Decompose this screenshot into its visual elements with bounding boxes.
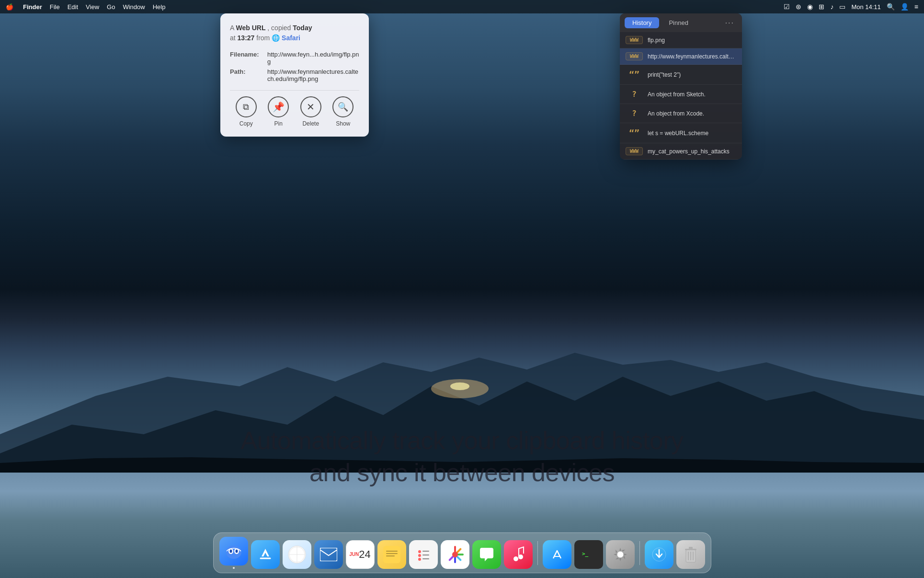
menubar: 🍎 Finder File Edit View Go Window Help ☑… [0, 0, 924, 13]
menubar-edit[interactable]: Edit [68, 3, 78, 11]
apple-menu[interactable]: 🍎 [6, 3, 13, 11]
list-item[interactable]: “” let s = webURL.scheme [620, 123, 742, 143]
photos-icon[interactable] [441, 540, 469, 569]
url-icon: WWW [626, 52, 643, 60]
syspref-icon[interactable] [606, 540, 635, 569]
svg-point-27 [418, 558, 421, 561]
finder-icon[interactable] [219, 537, 248, 566]
dock-item-finder[interactable] [219, 537, 248, 569]
list-item[interactable]: WWW http://www.feynmanlectures.caltech.e… [620, 48, 742, 65]
tagline: Automatically track your clipboard histo… [0, 425, 924, 489]
header-from-label: from [256, 34, 270, 42]
delete-button[interactable]: ✕ Delete [300, 96, 321, 127]
show-label: Show [336, 120, 350, 127]
dock-item-terminal[interactable]: >_ [574, 540, 603, 569]
downloads-icon[interactable] [645, 540, 673, 569]
notes-icon[interactable] [377, 540, 406, 569]
menubar-window[interactable]: Window [123, 3, 145, 11]
item-text: An object from Xcode. [648, 110, 736, 117]
dock-item-reminders[interactable] [409, 540, 438, 569]
list-item[interactable]: ? An object from Xcode. [620, 104, 742, 123]
svg-rect-22 [386, 555, 395, 556]
detail-metadata: Filename: http://www.feyn...h.edu/img/fl… [230, 51, 359, 82]
dock-item-safari[interactable] [283, 540, 311, 569]
dock-item-photos[interactable] [441, 540, 469, 569]
header-copied: , copied [267, 24, 291, 32]
dock-item-xcode[interactable] [543, 540, 571, 569]
quote-icon: “” [626, 69, 643, 81]
terminal-icon[interactable]: >_ [574, 540, 603, 569]
user-icon[interactable]: 👤 [901, 3, 909, 11]
messages-icon[interactable] [472, 540, 501, 569]
filename-label: Filename: [230, 51, 263, 65]
tab-pinned[interactable]: Pinned [661, 17, 696, 28]
svg-text:>_: >_ [582, 551, 589, 557]
battery-icon[interactable]: ▭ [839, 3, 845, 11]
search-icon[interactable]: 🔍 [887, 3, 895, 11]
item-text: my_cat_powers_up_his_attacks [648, 148, 736, 155]
show-button[interactable]: 🔍 Show [332, 96, 354, 127]
clock: Mon 14:11 [851, 3, 880, 11]
svg-rect-26 [422, 555, 429, 555]
list-item[interactable]: WWW flp.png [620, 32, 742, 48]
dock-item-music[interactable] [504, 540, 533, 569]
desktop-background [0, 0, 924, 578]
list-item[interactable]: ? An object from Sketch. [620, 85, 742, 104]
svg-point-25 [418, 554, 421, 557]
xcode-icon[interactable] [543, 540, 571, 569]
dock-item-messages[interactable] [472, 540, 501, 569]
unknown-icon: ? [626, 108, 643, 119]
wifi-icon[interactable]: ◉ [807, 3, 813, 11]
dock-item-mail[interactable] [314, 540, 343, 569]
clipboard-history-panel: History Pinned ··· WWW flp.png WWW http:… [620, 13, 742, 160]
dock-item-calendar[interactable]: JUN 24 [346, 540, 375, 569]
dock-item-downloads[interactable] [645, 540, 673, 569]
clipboard-items-list: WWW flp.png WWW http://www.feynmanlectur… [620, 32, 742, 160]
checklist-icon[interactable]: ☑ [784, 3, 790, 11]
svg-point-23 [418, 550, 421, 553]
appstore-icon[interactable] [251, 540, 280, 569]
header-type: Web URL [236, 24, 265, 32]
filename-row: Filename: http://www.feyn...h.edu/img/fl… [230, 51, 359, 65]
svg-rect-28 [422, 558, 429, 559]
reminders-icon[interactable] [409, 540, 438, 569]
svg-point-29 [452, 552, 458, 557]
menubar-finder[interactable]: Finder [23, 3, 42, 11]
menubar-go[interactable]: Go [107, 3, 115, 11]
bluetooth-icon[interactable]: ⊛ [796, 3, 801, 11]
url-icon: WWW [626, 36, 643, 44]
menu-icon[interactable]: ≡ [914, 3, 918, 11]
detail-header: A Web URL , copied Today at 13:27 from 🌐… [230, 23, 359, 43]
tagline-line1: Automatically track your clipboard histo… [29, 425, 895, 457]
menubar-view[interactable]: View [86, 3, 99, 11]
dock-item-sysprefs[interactable] [606, 540, 635, 569]
item-text: print("test 2") [648, 71, 736, 78]
mail-icon[interactable] [314, 540, 343, 569]
dock-item-trash[interactable] [676, 540, 705, 569]
menubar-file[interactable]: File [50, 3, 60, 11]
header-time-row: at 13:27 from 🌐 Safari [230, 33, 359, 43]
menubar-help[interactable]: Help [153, 3, 166, 11]
music-icon[interactable] [504, 540, 533, 569]
trash-icon[interactable] [676, 540, 705, 569]
copy-button[interactable]: ⧉ Copy [236, 96, 257, 127]
list-item[interactable]: WWW my_cat_powers_up_his_attacks [620, 143, 742, 160]
calendar-icon[interactable]: JUN 24 [346, 540, 375, 569]
list-item[interactable]: “” print("test 2") [620, 65, 742, 85]
svg-point-3 [450, 382, 469, 390]
pin-button[interactable]: 📌 Pin [268, 96, 289, 127]
item-text: http://www.feynmanlectures.caltech.edu/i… [648, 53, 736, 60]
tab-history[interactable]: History [625, 17, 659, 28]
pin-label: Pin [274, 120, 283, 127]
dock-item-appstore[interactable] [251, 540, 280, 569]
svg-rect-32 [518, 549, 519, 557]
svg-rect-20 [386, 551, 398, 552]
svg-rect-33 [523, 547, 524, 554]
more-options-button[interactable]: ··· [722, 18, 737, 28]
safari-icon[interactable] [283, 540, 311, 569]
sound-icon[interactable]: ♪ [830, 3, 833, 11]
dock-item-notes[interactable] [377, 540, 406, 569]
control-icon[interactable]: ⊞ [819, 3, 824, 11]
header-source: 🌐 Safari [272, 34, 300, 42]
pin-icon: 📌 [268, 96, 289, 117]
